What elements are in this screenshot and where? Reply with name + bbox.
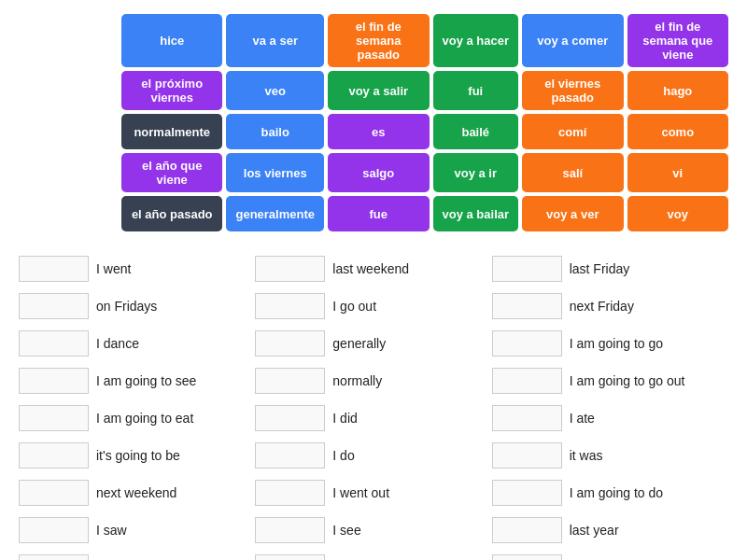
word-tile-el_proximo[interactable]: el próximo viernes <box>121 71 222 110</box>
match-label-m6: it's going to be <box>96 448 180 463</box>
match-column-1: I wenton FridaysI danceI am going to see… <box>19 250 255 560</box>
word-tile-vi[interactable]: vi <box>627 153 728 192</box>
match-row: I ate <box>492 399 728 437</box>
word-tile-el_fin_viene[interactable]: el fin de semana que viene <box>627 14 728 67</box>
match-row: it's going to be <box>19 437 255 474</box>
match-row: I saw <box>19 511 255 549</box>
match-row: I went <box>19 250 255 287</box>
match-input-m9[interactable] <box>19 554 89 560</box>
match-input-m2[interactable] <box>19 293 89 319</box>
match-row: I am going to see <box>19 362 255 399</box>
match-input-m21[interactable] <box>492 256 562 282</box>
match-input-m29[interactable] <box>492 554 562 560</box>
word-tile-los_viernes[interactable]: los viernes <box>226 153 324 192</box>
match-input-m18[interactable] <box>255 517 325 543</box>
match-row: normally <box>255 362 491 399</box>
word-tile-salgo[interactable]: salgo <box>328 153 429 192</box>
match-label-m18: I see <box>332 523 360 538</box>
match-input-m1[interactable] <box>19 256 89 282</box>
word-tile-voy_a_salir[interactable]: voy a salir <box>328 71 429 110</box>
match-input-m27[interactable] <box>492 480 562 506</box>
word-tile-va_a_ser[interactable]: va a ser <box>226 14 324 67</box>
match-label-m23: I am going to go <box>570 336 663 351</box>
match-label-m5: I am going to eat <box>96 411 193 426</box>
match-label-m17: I went out <box>332 485 389 500</box>
word-tile-el_viernes_pasado[interactable]: el viernes pasado <box>522 71 623 110</box>
match-row: generally <box>255 325 491 362</box>
word-tile-voy_a_ver[interactable]: voy a ver <box>522 196 623 231</box>
match-input-m23[interactable] <box>492 330 562 357</box>
match-row: I see <box>255 511 491 549</box>
match-label-m28: last year <box>570 523 619 538</box>
match-input-m13[interactable] <box>255 330 325 357</box>
word-tile-fue[interactable]: fue <box>328 196 429 231</box>
match-row: last weekend <box>255 250 491 287</box>
match-label-m12: I go out <box>332 299 376 314</box>
word-tile-bailo[interactable]: bailo <box>226 114 324 149</box>
word-tile-hice[interactable]: hice <box>121 14 222 67</box>
match-input-m16[interactable] <box>255 442 325 469</box>
match-input-m22[interactable] <box>492 293 562 319</box>
word-tile-el_fin_pasado[interactable]: el fin de semana pasado <box>328 14 429 67</box>
match-row: I am going to go out <box>492 362 728 399</box>
match-input-m6[interactable] <box>19 442 89 469</box>
match-input-m8[interactable] <box>19 517 89 543</box>
match-row: I go out <box>255 287 491 325</box>
match-input-m25[interactable] <box>492 405 562 431</box>
match-label-m27: I am going to do <box>570 485 663 500</box>
match-row: next weekend <box>19 474 255 511</box>
match-input-m14[interactable] <box>255 368 325 394</box>
match-row: I went out <box>255 474 491 511</box>
word-tile-voy_a_ir[interactable]: voy a ir <box>433 153 519 192</box>
match-label-m24: I am going to go out <box>570 373 685 388</box>
word-tile-hago[interactable]: hago <box>627 71 728 110</box>
match-row: on Fridays <box>19 287 255 325</box>
match-label-m21: last Friday <box>570 261 630 276</box>
match-input-m28[interactable] <box>492 517 562 543</box>
match-label-m14: normally <box>332 373 382 388</box>
word-tile-fui[interactable]: fui <box>433 71 519 110</box>
match-label-m26: it was <box>570 448 603 463</box>
match-input-m26[interactable] <box>492 442 562 469</box>
word-tile-voy_a_bailar[interactable]: voy a bailar <box>433 196 519 231</box>
match-row: I am going to go <box>492 325 728 362</box>
match-input-m17[interactable] <box>255 480 325 506</box>
match-label-m1: I went <box>96 261 131 276</box>
match-input-m3[interactable] <box>19 330 89 357</box>
match-row: next year <box>492 549 728 560</box>
match-column-3: last Fridaynext FridayI am going to goI … <box>492 250 728 560</box>
matching-section: I wenton FridaysI danceI am going to see… <box>0 241 747 560</box>
match-input-m5[interactable] <box>19 405 89 431</box>
match-label-m25: I ate <box>570 411 595 426</box>
word-tile-generalmente[interactable]: generalmente <box>226 196 324 231</box>
word-tile-como[interactable]: como <box>627 114 728 149</box>
match-label-m16: I do <box>332 448 354 463</box>
word-tile-el_anyo_pasado[interactable]: el año pasado <box>121 196 222 231</box>
match-input-m19[interactable] <box>255 554 325 560</box>
match-input-m11[interactable] <box>255 256 325 282</box>
match-row: last Friday <box>492 250 728 287</box>
match-input-m15[interactable] <box>255 405 325 431</box>
match-label-m3: I dance <box>96 336 139 351</box>
match-input-m12[interactable] <box>255 293 325 319</box>
word-tile-normalmente[interactable]: normalmente <box>121 114 222 149</box>
match-label-m13: generally <box>332 336 386 351</box>
match-row: I am going to do <box>492 474 728 511</box>
word-tile-veo[interactable]: veo <box>226 71 324 110</box>
match-label-m8: I saw <box>96 523 127 538</box>
match-input-m24[interactable] <box>492 368 562 394</box>
word-tile-voy_a_comer[interactable]: voy a comer <box>522 14 623 67</box>
word-tile-comi[interactable]: comí <box>522 114 623 149</box>
word-tile-voy_a_hacer[interactable]: voy a hacer <box>433 14 519 67</box>
word-tile-baile[interactable]: bailé <box>433 114 519 149</box>
word-tile-es[interactable]: es <box>328 114 429 149</box>
word-tile-sali[interactable]: salí <box>522 153 623 192</box>
word-bank: hiceva a serel fin de semana pasadovoy a… <box>0 0 747 241</box>
match-input-m7[interactable] <box>19 480 89 506</box>
match-row: it was <box>492 437 728 474</box>
match-label-m22: next Friday <box>570 299 634 314</box>
word-tile-voy[interactable]: voy <box>627 196 728 231</box>
word-tile-el_anyo_viene[interactable]: el año que viene <box>121 153 222 192</box>
match-column-2: last weekendI go outgenerallynormallyI d… <box>255 250 491 560</box>
match-input-m4[interactable] <box>19 368 89 394</box>
